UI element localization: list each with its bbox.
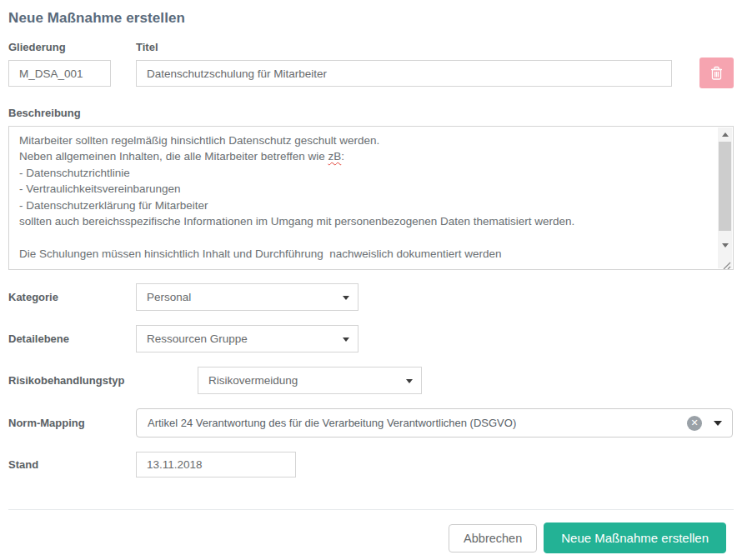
description-line bbox=[19, 229, 708, 245]
resize-grip-icon[interactable] bbox=[722, 258, 731, 268]
description-line: Die Schulungen müssen hinsichtlich Inhal… bbox=[19, 246, 708, 262]
titel-label: Titel bbox=[136, 41, 672, 53]
create-measure-button[interactable]: Neue Maßnahme erstellen bbox=[544, 522, 726, 553]
kategorie-selected-value: Personal bbox=[147, 291, 191, 303]
gliederung-label: Gliederung bbox=[8, 41, 111, 53]
page-title: Neue Maßnahme erstellen bbox=[8, 10, 734, 27]
titel-input[interactable] bbox=[136, 60, 672, 87]
risikobehandlungstyp-selected-value: Risikovermeidung bbox=[208, 374, 298, 387]
gliederung-field-group: Gliederung bbox=[8, 41, 111, 87]
cancel-button[interactable]: Abbrechen bbox=[449, 524, 537, 552]
norm-mapping-label: Norm-Mapping bbox=[8, 417, 136, 429]
stand-row: Stand bbox=[8, 452, 734, 478]
detailebene-selected-value: Ressourcen Gruppe bbox=[147, 332, 248, 345]
detailebene-select[interactable]: Ressourcen Gruppe bbox=[136, 325, 358, 352]
titel-field-group: Titel bbox=[136, 41, 672, 87]
risikobehandlungstyp-row: Risikobehandlungstyp Risikovermeidung bbox=[8, 367, 734, 394]
trash-icon bbox=[710, 66, 723, 80]
top-fields-row: Gliederung Titel bbox=[8, 41, 734, 87]
dropdown-caret-icon bbox=[406, 379, 413, 383]
create-measure-form: Neue Maßnahme erstellen Gliederung Titel bbox=[0, 0, 742, 560]
kategorie-row: Kategorie Personal bbox=[8, 283, 734, 311]
footer-actions: Abbrechen Neue Maßnahme erstellen bbox=[8, 509, 734, 560]
risikobehandlungstyp-select[interactable]: Risikovermeidung bbox=[198, 367, 422, 394]
scrollbar-up-icon[interactable] bbox=[718, 128, 732, 141]
beschreibung-textarea[interactable]: Mitarbeiter sollten regelmäßig hinsichtl… bbox=[8, 126, 734, 270]
detailebene-label: Detailebene bbox=[8, 332, 136, 345]
textarea-scrollbar[interactable] bbox=[718, 128, 732, 268]
kategorie-label: Kategorie bbox=[8, 291, 136, 303]
detailebene-row: Detailebene Ressourcen Gruppe bbox=[8, 325, 734, 352]
risikobehandlungstyp-label: Risikobehandlungstyp bbox=[8, 374, 198, 387]
description-line: Mitarbeiter sollten regelmäßig hinsichtl… bbox=[19, 132, 708, 148]
stand-label: Stand bbox=[8, 458, 136, 471]
kategorie-select[interactable]: Personal bbox=[136, 283, 358, 311]
misspelled-word: zB bbox=[328, 150, 341, 162]
norm-mapping-selected-value: Artikel 24 Verantwortung des für die Ver… bbox=[148, 417, 687, 429]
stand-date-input[interactable] bbox=[136, 452, 296, 478]
clear-selection-icon[interactable]: ✕ bbox=[687, 416, 702, 431]
norm-mapping-combobox[interactable]: Artikel 24 Verantwortung des für die Ver… bbox=[136, 408, 733, 438]
dropdown-caret-icon bbox=[343, 296, 349, 300]
scrollbar-thumb[interactable] bbox=[719, 142, 731, 231]
dropdown-caret-icon bbox=[343, 338, 349, 342]
beschreibung-field-group: Beschreibung Mitarbeiter sollten regelmä… bbox=[8, 107, 734, 270]
description-line: - Datenschutzerklärung für Mitarbeiter bbox=[19, 198, 708, 213]
norm-mapping-row: Norm-Mapping Artikel 24 Verantwortung de… bbox=[8, 408, 734, 438]
beschreibung-label: Beschreibung bbox=[8, 107, 734, 119]
description-line: Neben allgemeinen Inhalten, die alle Mit… bbox=[19, 148, 708, 164]
gliederung-input[interactable] bbox=[8, 60, 111, 87]
delete-measure-button[interactable] bbox=[699, 58, 734, 88]
description-line: sollten auch bereichsspezifische Informa… bbox=[19, 213, 708, 229]
description-line: - Datenschutzrichtlinie bbox=[19, 165, 708, 181]
scrollbar-down-icon[interactable] bbox=[718, 238, 732, 252]
dropdown-caret-icon[interactable] bbox=[714, 421, 722, 426]
description-line: - Vertraulichkeitsvereinbarungen bbox=[19, 181, 708, 197]
